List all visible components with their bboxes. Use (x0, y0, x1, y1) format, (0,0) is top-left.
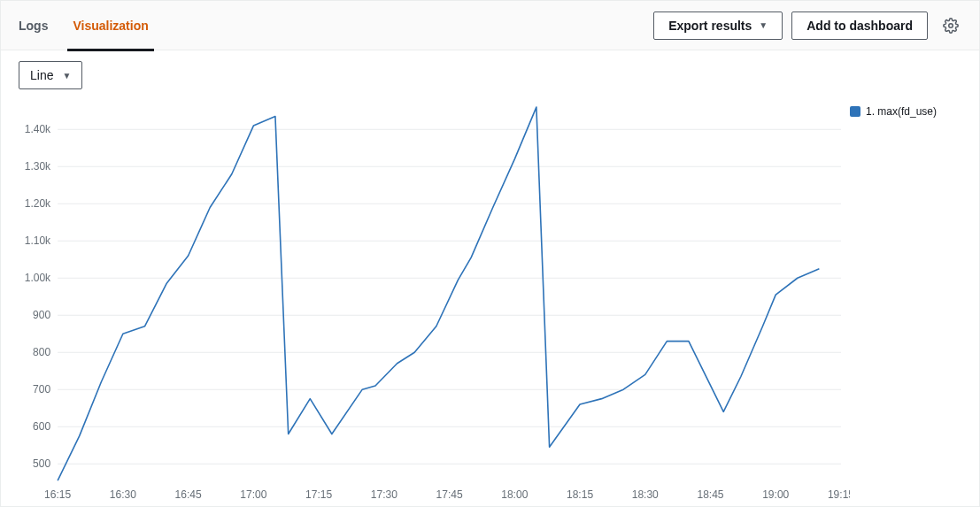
svg-text:18:45: 18:45 (697, 488, 723, 501)
svg-text:1.00k: 1.00k (25, 272, 51, 284)
svg-text:19:00: 19:00 (762, 488, 789, 501)
svg-point-0 (949, 23, 953, 27)
svg-text:17:15: 17:15 (305, 488, 332, 501)
svg-text:19:15: 19:15 (828, 488, 850, 501)
panel-header: Logs Visualization Export results ▼ Add … (1, 1, 979, 50)
tab-label: Logs (19, 19, 48, 33)
chart-plot: 5006007008009001.00k1.10k1.20k1.30k1.40k… (15, 98, 850, 507)
legend-swatch-icon (850, 106, 860, 117)
chart-area: 5006007008009001.00k1.10k1.20k1.30k1.40k… (1, 89, 979, 507)
header-actions: Export results ▼ Add to dashboard (653, 12, 965, 40)
svg-text:17:00: 17:00 (240, 488, 266, 501)
select-value: Line (30, 68, 53, 82)
add-to-dashboard-button[interactable]: Add to dashboard (791, 12, 928, 40)
button-label: Export results (668, 19, 752, 33)
svg-text:1.30k: 1.30k (25, 160, 51, 173)
gear-icon (943, 18, 959, 34)
svg-text:700: 700 (33, 383, 50, 396)
tab-logs[interactable]: Logs (19, 1, 48, 50)
svg-text:18:00: 18:00 (501, 488, 528, 501)
caret-down-icon: ▼ (62, 71, 71, 81)
settings-button[interactable] (937, 12, 965, 40)
tab-label: Visualization (73, 19, 148, 33)
svg-text:17:30: 17:30 (371, 488, 397, 501)
svg-text:17:45: 17:45 (436, 488, 463, 501)
svg-text:500: 500 (33, 457, 50, 470)
svg-text:800: 800 (33, 346, 50, 358)
results-panel: Logs Visualization Export results ▼ Add … (0, 0, 980, 507)
chart-toolbar: Line ▼ (1, 50, 979, 89)
svg-text:16:15: 16:15 (44, 488, 71, 501)
svg-text:900: 900 (33, 309, 50, 321)
svg-text:1.10k: 1.10k (25, 234, 51, 247)
svg-text:1.40k: 1.40k (25, 123, 51, 135)
button-label: Add to dashboard (806, 19, 913, 33)
export-results-button[interactable]: Export results ▼ (653, 12, 783, 40)
svg-text:1.20k: 1.20k (25, 197, 51, 210)
legend-label: 1. max(fd_use) (866, 105, 937, 118)
tabs: Logs Visualization (19, 1, 149, 50)
chart-legend: 1. max(fd_use) (850, 98, 965, 507)
svg-text:16:30: 16:30 (110, 488, 136, 501)
legend-item[interactable]: 1. max(fd_use) (850, 105, 965, 118)
svg-text:600: 600 (33, 420, 50, 433)
caret-down-icon: ▼ (759, 20, 768, 30)
svg-text:18:30: 18:30 (632, 488, 659, 501)
svg-text:18:15: 18:15 (567, 488, 593, 501)
tab-visualization[interactable]: Visualization (73, 1, 148, 50)
chart-type-select[interactable]: Line ▼ (19, 61, 82, 89)
svg-text:16:45: 16:45 (175, 488, 202, 501)
line-chart-svg: 5006007008009001.00k1.10k1.20k1.30k1.40k… (15, 98, 850, 507)
